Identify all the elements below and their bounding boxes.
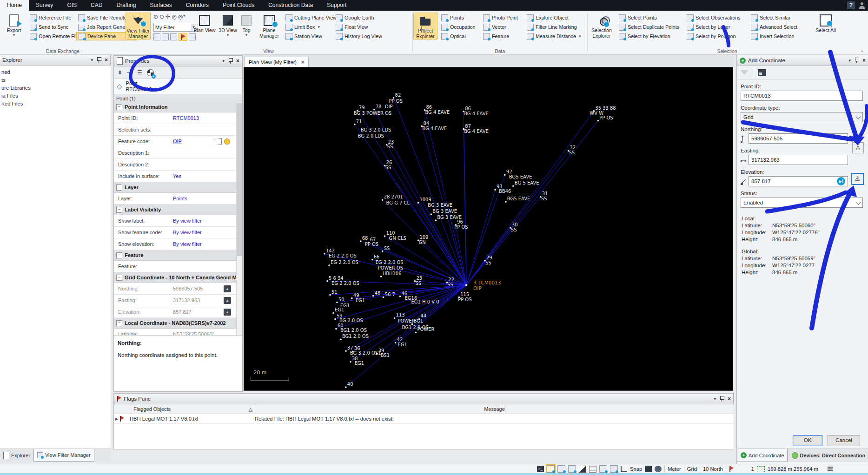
grab-icon[interactable]	[162, 33, 169, 40]
center-view-icon[interactable]	[153, 33, 160, 40]
advanced-select-button[interactable]: Advanced Select	[749, 23, 799, 31]
tab-add-coordinate[interactable]: +Add Coordinate	[737, 449, 788, 462]
elevation-input[interactable]: 857.817 ▶	[749, 176, 848, 186]
station-view-button[interactable]: Station View	[284, 32, 338, 40]
open-remote-file-button[interactable]: Open Remote File	[28, 32, 81, 40]
reference-file-button[interactable]: Reference File	[28, 13, 81, 22]
coordinate-display-mode[interactable]: Grid	[687, 466, 697, 472]
flagged-objects-header[interactable]: Flagged Objects△	[131, 404, 255, 414]
optical-button[interactable]: Optical	[439, 32, 477, 40]
user-account-icon[interactable]	[859, 2, 865, 9]
collapse-all-icon[interactable]: —	[127, 70, 133, 75]
ok-button[interactable]: OK	[793, 435, 822, 446]
explorer-item[interactable]: ned	[0, 68, 111, 76]
flag-tool-icon[interactable]	[179, 33, 187, 41]
ribbon-tab-construction-data[interactable]: Construction Data	[261, 0, 320, 11]
flag-column-header[interactable]	[114, 404, 131, 414]
ribbon-tab-point-clouds[interactable]: Point Clouds	[216, 0, 261, 11]
property-row[interactable]: Description 1:	[114, 147, 237, 159]
zoom-window-icon[interactable]: ◎	[172, 13, 176, 20]
coordinate-type-select[interactable]: Grid	[741, 112, 863, 122]
sort-icon[interactable]: ⇟	[118, 70, 122, 75]
survey-point-picker-elevation-button[interactable]: ◬	[851, 173, 864, 185]
select-by-layer-button[interactable]: Select by Layer	[685, 23, 742, 31]
snap-toggle[interactable]: Snap	[630, 466, 642, 472]
ribbon-tab-gis[interactable]: GIS	[60, 0, 84, 11]
view-filter-select[interactable]: My Filter▼	[153, 23, 198, 32]
explorer-item[interactable]: ure Libraries	[0, 84, 111, 92]
limit-box-button[interactable]: Limit Box▾	[284, 23, 338, 31]
snap-point-icon[interactable]	[599, 465, 607, 473]
filter-line-marking-button[interactable]: Filter Line Marking	[525, 23, 583, 31]
measure-icon[interactable]	[757, 466, 765, 472]
grid-display-icon[interactable]	[589, 466, 596, 473]
add-coordinate-icon[interactable]	[147, 69, 154, 76]
zoom-in-icon[interactable]: ⊕	[153, 13, 158, 20]
panel-menu-icon[interactable]: ▾	[222, 59, 225, 63]
properties-scrollbar[interactable]: ▾	[236, 102, 242, 344]
explorer-item[interactable]: ts	[0, 76, 111, 84]
globe-icon[interactable]	[655, 466, 662, 472]
ribbon-tab-cad[interactable]: CAD	[84, 0, 109, 11]
top-view-button[interactable]: Top ▾	[237, 13, 256, 37]
point-id-input[interactable]: RTCM0013	[741, 91, 863, 101]
section-header[interactable]: −Feature	[114, 250, 237, 261]
flag-message-cell[interactable]: Related File: HBH Legal MOT 1.17 V8.0.fx…	[251, 416, 734, 422]
flags-indicator-icon[interactable]	[729, 466, 734, 472]
selected-object-row[interactable]: ◇ PointRTCM0013	[114, 79, 242, 94]
select-by-polygon-button[interactable]: Select by Polygon	[685, 32, 742, 40]
snap-line-icon[interactable]	[610, 465, 618, 473]
collapse-icon[interactable]: −	[116, 275, 122, 281]
devices-status[interactable]: Devices: Direct Connection	[788, 449, 868, 462]
northing-input[interactable]: 5986057.505	[749, 133, 848, 144]
ribbon-tab-support[interactable]: Support	[320, 0, 353, 11]
section-header[interactable]: −Local Coordinate - NAD83(CSRS)v7-2002	[114, 318, 237, 329]
view-filter-manager-button[interactable]: View Filter Manager	[126, 13, 151, 40]
collapse-icon[interactable]: −	[116, 104, 122, 110]
units-indicator[interactable]: Meter	[668, 466, 681, 472]
property-row[interactable]: Show label:By view filter	[114, 215, 237, 227]
3d-view-button[interactable]: 3D View ▾	[217, 13, 239, 37]
plan-view-button[interactable]: Plan View	[193, 13, 216, 33]
zoom-out-icon[interactable]: ⊖	[159, 13, 164, 20]
collapse-icon[interactable]: −	[116, 185, 122, 191]
select-observations-button[interactable]: Select Observations	[685, 13, 742, 22]
pin-icon[interactable]	[229, 58, 232, 64]
zone-indicator[interactable]: 10 North	[703, 466, 723, 472]
measure-distance-button[interactable]: Measure Distance▾	[525, 32, 583, 40]
close-icon[interactable]: ×	[301, 60, 305, 65]
property-row[interactable]: Show feature code:By view filter	[114, 227, 237, 238]
collapse-icon[interactable]: −	[116, 320, 122, 326]
close-icon[interactable]: ×	[862, 58, 866, 63]
section-header[interactable]: −Label Visibility	[114, 205, 237, 215]
layer-select-icon[interactable]	[568, 465, 576, 473]
select-all-button[interactable]: Select All	[815, 13, 836, 33]
easting-input[interactable]: 317132.963	[749, 155, 848, 165]
cancel-button[interactable]: Cancel	[828, 435, 860, 446]
property-row[interactable]: Northing:5986057.505▲	[114, 283, 237, 295]
section-header[interactable]: −Layer	[114, 182, 237, 193]
ribbon-tab-surfaces[interactable]: Surfaces	[143, 0, 179, 11]
measure-elevation-button[interactable]: ▶	[837, 177, 845, 185]
screen-icon[interactable]	[189, 33, 196, 40]
dropdown-icon[interactable]	[741, 70, 748, 75]
history-log-view-button[interactable]: History Log View	[334, 32, 384, 40]
pin-icon[interactable]	[720, 396, 723, 402]
selection-explorer-button[interactable]: Selection Explorer	[589, 13, 614, 39]
list-select-icon[interactable]: ☰	[137, 70, 142, 75]
ribbon-tab-corridors[interactable]: Corridors	[179, 0, 216, 11]
background-image-icon[interactable]	[645, 466, 652, 472]
invert-selection-button[interactable]: Invert Selection	[749, 32, 799, 40]
vector-button[interactable]: Vector	[481, 23, 520, 31]
help-icon[interactable]: ?	[847, 1, 855, 9]
snap-corner-icon[interactable]	[621, 466, 627, 472]
tab-plan-view[interactable]: Plan View [My Filter] ×	[245, 57, 309, 67]
flagged-object-cell[interactable]: HBH Legal MOT 1.17 V8.0.fxl	[127, 416, 251, 422]
photo-point-button[interactable]: Photo Point	[481, 13, 520, 22]
contrast-icon[interactable]	[579, 466, 586, 473]
survey-point-picker-easting-button[interactable]: ◬	[852, 142, 864, 153]
points-button[interactable]: Points	[439, 13, 477, 22]
occupation-button[interactable]: Occupation	[439, 23, 477, 31]
pin-icon[interactable]	[855, 58, 858, 63]
property-row[interactable]: Elevation:857.817▲	[114, 306, 237, 318]
